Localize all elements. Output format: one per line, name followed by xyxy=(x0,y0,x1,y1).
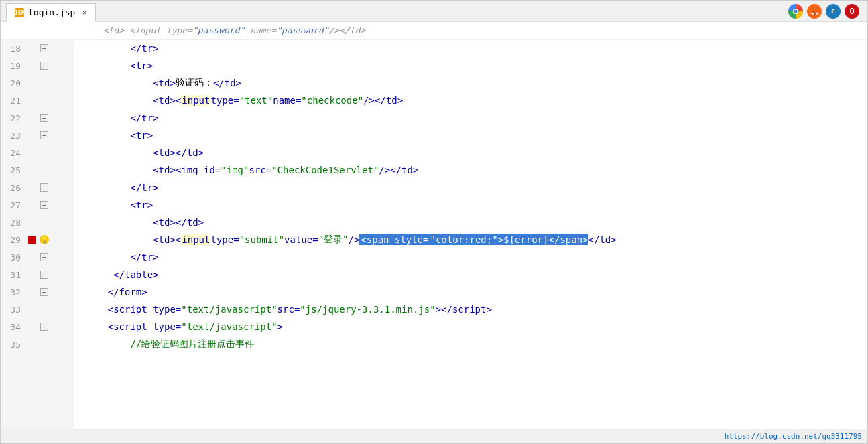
fold-23[interactable]: − xyxy=(38,131,50,139)
line-number-30: 30 xyxy=(1,252,26,263)
gutter-row-34: 34 − xyxy=(1,318,74,336)
code-line-22: </tr> xyxy=(74,109,867,127)
fold-minus-31[interactable]: − xyxy=(40,271,48,279)
gutter-row-24: 24 xyxy=(1,144,74,161)
fold-minus-18[interactable]: − xyxy=(40,44,48,52)
fold-19[interactable]: − xyxy=(38,62,50,70)
breakpoint-marker[interactable] xyxy=(28,236,36,244)
code-line-23: <tr> xyxy=(74,127,867,144)
status-bar: https://blog.csdn.net/qq3311795 xyxy=(1,429,867,443)
tab-close-button[interactable]: × xyxy=(82,8,86,17)
gutter-row-21: 21 xyxy=(1,92,74,109)
tab-filename: login.jsp xyxy=(28,7,75,17)
gutter-row-22: 22 − xyxy=(1,109,74,127)
browser-icons-group: 🦊 e O xyxy=(788,4,859,19)
gutter-row-29: 29 💡 xyxy=(1,231,74,248)
line-gutter: 18 − 19 − 20 21 xyxy=(1,40,74,429)
svg-point-1 xyxy=(794,9,798,13)
fold-minus-32[interactable]: − xyxy=(40,288,48,296)
firefox-icon[interactable]: 🦊 xyxy=(807,4,822,19)
bulb-icon[interactable]: 💡 xyxy=(40,235,49,244)
line-number-33: 33 xyxy=(1,305,26,315)
fold-32[interactable]: − xyxy=(38,288,50,296)
line-number-27: 27 xyxy=(1,200,26,210)
code-line-33: <script type="text/javascript" src="js/j… xyxy=(74,301,867,318)
fold-34[interactable]: − xyxy=(38,323,50,331)
gutter-row-32: 32 − xyxy=(1,283,74,301)
code-content[interactable]: </tr> <tr> <td>验证码：</td> <td><input type… xyxy=(74,40,867,429)
code-line-26: </tr> xyxy=(74,179,867,196)
code-line-20: <td>验证码：</td> xyxy=(74,74,867,92)
line-number-29: 29 xyxy=(1,235,26,245)
line-number-20: 20 xyxy=(1,78,26,88)
gutter-row-27: 27 − xyxy=(1,196,74,214)
fold-27[interactable]: − xyxy=(38,201,50,209)
gutter-row-30: 30 − xyxy=(1,248,74,266)
opera-icon[interactable]: O xyxy=(845,4,859,19)
fold-26[interactable]: − xyxy=(38,183,50,192)
fold-minus-34[interactable]: − xyxy=(40,323,48,331)
line-number-19: 19 xyxy=(1,61,26,71)
ide-window: JSP login.jsp × 🦊 e O xyxy=(0,0,868,444)
gutter-row-19: 19 − xyxy=(1,57,74,74)
editor-area: 18 − 19 − 20 21 xyxy=(1,40,867,429)
status-url: https://blog.csdn.net/qq3311795 xyxy=(725,432,862,441)
code-line-29: <td><input type="submit" value="登录"/><sp… xyxy=(74,231,867,248)
fold-18[interactable]: − xyxy=(38,44,50,52)
code-line-19: <tr> xyxy=(74,57,867,74)
fold-30[interactable]: − xyxy=(38,253,50,261)
gutter-row-26: 26 − xyxy=(1,179,74,196)
fold-minus-27[interactable]: − xyxy=(40,201,48,209)
ie-icon[interactable]: e xyxy=(826,4,841,19)
line-number-28: 28 xyxy=(1,218,26,228)
code-line-27: <tr> xyxy=(74,196,867,214)
code-line-31: </table> xyxy=(74,266,867,283)
code-line-30: </tr> xyxy=(74,248,867,266)
fold-minus-22[interactable]: − xyxy=(40,114,48,122)
gutter-row-23: 23 − xyxy=(1,127,74,144)
line-number-22: 22 xyxy=(1,113,26,123)
line-number-24: 24 xyxy=(1,148,26,158)
line-number-21: 21 xyxy=(1,96,26,106)
title-bar: JSP login.jsp × 🦊 e O xyxy=(1,1,867,22)
line-number-26: 26 xyxy=(1,183,26,193)
gutter-row-31: 31 − xyxy=(1,266,74,283)
file-tab[interactable]: JSP login.jsp × xyxy=(6,3,96,22)
line-number-25: 25 xyxy=(1,165,26,175)
chrome-icon[interactable] xyxy=(788,4,803,19)
line-number-18: 18 xyxy=(1,44,26,54)
code-line-28: <td></td> xyxy=(74,214,867,231)
fold-22[interactable]: − xyxy=(38,114,50,122)
line-number-35: 35 xyxy=(1,340,26,350)
gutter-row-25: 25 xyxy=(1,161,74,179)
line-number-32: 32 xyxy=(1,287,26,297)
gutter-row-33: 33 xyxy=(1,301,74,318)
gutter-row-35: 35 xyxy=(1,336,74,353)
gutter-row-28: 28 xyxy=(1,214,74,231)
fold-minus-26[interactable]: − xyxy=(40,183,48,192)
gutter-row-18: 18 − xyxy=(1,40,74,57)
line-number-31: 31 xyxy=(1,270,26,280)
fold-minus-30[interactable]: − xyxy=(40,253,48,261)
code-line-32: </form> xyxy=(74,283,867,301)
fold-minus-19[interactable]: − xyxy=(40,62,48,70)
fold-29[interactable]: 💡 xyxy=(38,235,50,244)
code-line-24: <td></td> xyxy=(74,144,867,161)
line-number-34: 34 xyxy=(1,322,26,332)
code-line-35: //给验证码图片注册点击事件 xyxy=(74,336,867,353)
gutter-row-20: 20 xyxy=(1,74,74,92)
fold-31[interactable]: − xyxy=(38,271,50,279)
line-number-23: 23 xyxy=(1,131,26,141)
fold-minus-23[interactable]: − xyxy=(40,131,48,139)
code-line-21: <td><input type="text" name="checkcode"/… xyxy=(74,92,867,109)
code-line-18: </tr> xyxy=(74,40,867,57)
code-line-34: <script type="text/javascript"> xyxy=(74,318,867,336)
bookmark-29[interactable] xyxy=(26,236,38,244)
code-line-25: <td><img id="img" src="CheckCode1Servlet… xyxy=(74,161,867,179)
jsp-icon: JSP xyxy=(15,8,24,17)
